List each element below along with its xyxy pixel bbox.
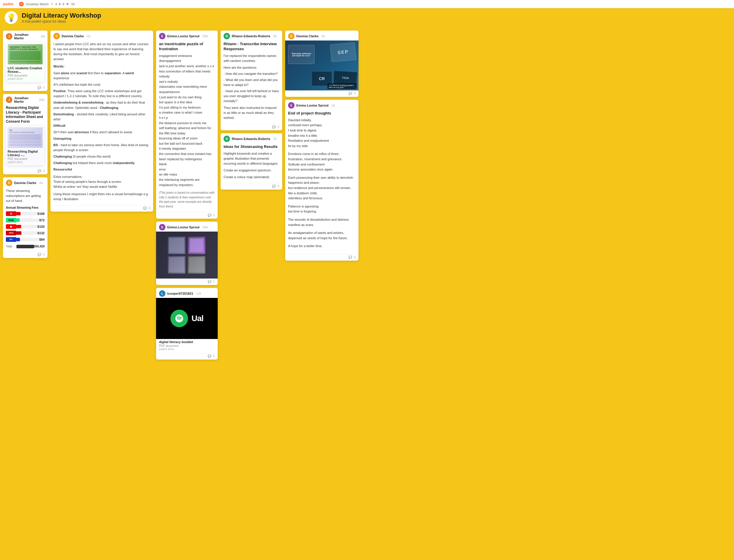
- doc-source: padlet drive: [159, 348, 215, 351]
- jonathan-research-card: J Jonathan Martin 1Mo Researching Digita…: [3, 94, 48, 174]
- card-footer: 💬 0: [3, 252, 48, 258]
- card-header: L lcooper07201821 13d: [156, 288, 218, 298]
- poem-line: engagement embraces disengagement: [159, 53, 215, 64]
- card-author: Emma Louise Sprout: [296, 104, 329, 107]
- topbar-hearts: 9: [63, 2, 64, 6]
- card-body: I asked people from LCC who are on my co…: [50, 41, 153, 205]
- card-body: digital literacy booklet PDF document pa…: [156, 339, 218, 353]
- card-author: Rhiann Edwards-Roberts: [232, 137, 270, 141]
- bar-bg: [16, 245, 34, 248]
- column-1: J Jonathan Martin 1M INSPIRING THROUGH T…: [3, 31, 48, 258]
- cr-text: CR: [319, 76, 325, 81]
- card-author: Rhiann Edwards-Roberts: [232, 34, 270, 38]
- stanza-4: Patience is agonising but time is forgiv…: [288, 204, 356, 214]
- avatar: E: [288, 102, 295, 109]
- avatar: D: [288, 33, 295, 39]
- avatar: D: [6, 180, 12, 186]
- column-2: D Davinia Clarke 4d I asked people from …: [50, 31, 153, 212]
- bulb-icon: 💡: [6, 13, 16, 22]
- para-positive: Positive. They were using the LCC online…: [53, 89, 150, 99]
- stanza-7: A hope for a better time.: [288, 244, 356, 249]
- poem-line: self loathing; absence and forlorn for t…: [159, 126, 215, 136]
- comment-count: 0: [149, 207, 150, 210]
- para-bs: BS - hard to take uni serious when from …: [53, 143, 150, 153]
- card-time: 1Mo: [203, 226, 208, 229]
- comment-count: 5: [278, 125, 279, 129]
- card-time: 1Mo: [203, 35, 208, 38]
- card-author: Davinia Clarke: [296, 34, 319, 38]
- puzzle-piece-1: [168, 237, 185, 254]
- stanza-2: Emotions come in an influx of three: fru…: [288, 151, 356, 172]
- spotify-image: Ual: [156, 298, 218, 339]
- para-underwhelming: Underwhelming & overwhelming : as they h…: [53, 100, 150, 110]
- card-footer: 💬 0: [285, 254, 359, 261]
- card-text: I've replaced the respondents names with…: [224, 53, 279, 121]
- card-header: J Jonathan Martin 1M: [3, 31, 48, 41]
- transcribe-here: Here are the questions:: [224, 65, 279, 70]
- davinia-ual-card: D Davinia Clarke 4d "Basically skillshar…: [285, 31, 359, 97]
- doc-thumbnail: INSPIRING THROUGH THE EARTH: A Creative …: [8, 44, 43, 65]
- poem-line: but the ball isn't bounced back: [159, 141, 215, 146]
- card-text: Highlight keywords and creative a graphi…: [224, 151, 279, 180]
- card-body: an inextricable puzzle of frustration en…: [156, 41, 218, 212]
- doc-preview[interactable]: INSPIRING THROUGH THE EARTH: A Creative …: [6, 42, 45, 82]
- poem-note: (This poem is based on conversations wit…: [159, 190, 215, 209]
- page-header: 💡 Digital Literacy Workshop A trial padl…: [0, 8, 734, 28]
- card-footer: 💬 0: [156, 279, 218, 285]
- comment-icon: 💬: [143, 207, 147, 210]
- poem-line: see's nobody: [159, 79, 215, 85]
- card-footer: 💬 0: [50, 205, 153, 212]
- poem-line: the connection that once existed has bee…: [159, 151, 215, 162]
- doc-filename: LCC students Creative Resear...: [8, 66, 43, 73]
- card-author: Jonathan Martin: [14, 96, 36, 103]
- column-3: E Emma Louise Sprout 1Mo an inextricable…: [156, 31, 218, 360]
- jonathan-flier-card: J Jonathan Martin 1M INSPIRING THROUGH T…: [3, 31, 48, 91]
- para-challenging-5: Challenging (5 people chose this word): [53, 154, 150, 159]
- comment-count: 0: [43, 253, 45, 256]
- poem-line: the distance pursues to mock me: [159, 121, 215, 126]
- author-info: J Jonathan Martin ★ 4 ♥ 9 👁 34: [19, 2, 75, 6]
- para-shit: Sh*t then said atrocious if they aren't …: [53, 130, 150, 135]
- bar-fill: [16, 245, 34, 248]
- comment-icon: 💬: [272, 125, 276, 129]
- para-extra: Extra conversationsTired of seeing peopl…: [53, 174, 150, 189]
- comment-count: 0: [43, 86, 45, 89]
- card-time: 2d: [332, 104, 335, 107]
- stream-row-showtime: SHO $132: [6, 230, 45, 236]
- card-title: End of project thoughts: [288, 111, 356, 116]
- doc-preview[interactable]: ual: PARTICIPANT INFORMATION SHEET Resea…: [6, 126, 45, 166]
- total-price: $50,420: [34, 245, 45, 248]
- ideas-body3: Create a colour map (animated).: [224, 175, 279, 180]
- poem-line: classmates now resembling mere acquainta…: [159, 84, 215, 95]
- padlet-logo[interactable]: padlet: [3, 2, 13, 6]
- poem-line: error: [159, 167, 215, 172]
- doc-source: padlet drive: [8, 77, 43, 80]
- card-author: lcooper07201821: [167, 292, 193, 295]
- device-2: SEP: [330, 42, 357, 62]
- comment-icon: 💬: [38, 86, 41, 89]
- hulu-price: $72: [39, 218, 45, 222]
- card-time: 9d: [273, 35, 276, 38]
- bar-bg: [16, 218, 39, 222]
- doc-type: PDF document: [8, 74, 43, 77]
- topbar-avatar: J: [19, 2, 24, 6]
- card-header: D Davinia Clarke 4d: [50, 31, 153, 41]
- puzzle-image: [156, 232, 218, 279]
- comment-icon: 💬: [272, 185, 276, 188]
- comment-count: 0: [354, 256, 356, 259]
- poem-line: bouncing ideas off of zoom: [159, 136, 215, 141]
- card-time: 4d: [39, 181, 43, 185]
- spotify-logo: [171, 310, 188, 327]
- emma-end-card: E Emma Louise Sprout 2d End of project t…: [285, 100, 359, 261]
- davinia-streaming-card: D Davinia Clarke 4d These streaming subs…: [3, 177, 48, 258]
- bar-fill: [16, 225, 21, 228]
- netflix-logo: N: [6, 211, 16, 216]
- page-subtitle: A trial padlet space for ideas: [22, 19, 101, 23]
- bar-fill: [16, 212, 21, 215]
- comment-count: 0: [213, 280, 215, 283]
- showtime-logo: SHO: [6, 231, 16, 235]
- disney-price: $84: [39, 238, 45, 241]
- comment-icon: 💬: [38, 169, 41, 173]
- card-body: Ideas for Showcasing Results Highlight k…: [221, 143, 282, 183]
- bar-chart: Annual Streaming Fees N $108 hulu $72 ▶: [6, 206, 45, 249]
